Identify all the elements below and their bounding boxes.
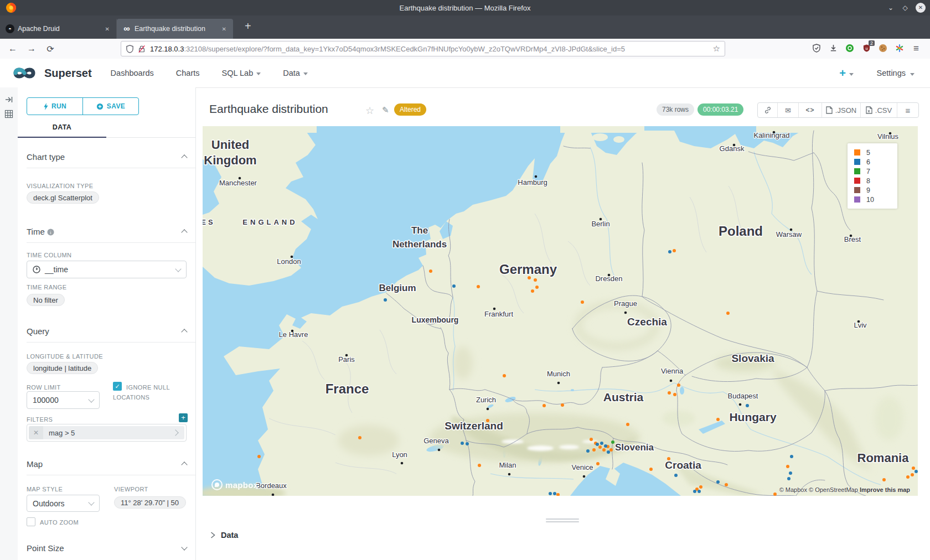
earthquake-point[interactable] xyxy=(911,473,914,476)
time-column-select[interactable]: __time xyxy=(27,261,187,278)
brand-name[interactable]: Superset xyxy=(44,67,92,80)
earthquake-point[interactable] xyxy=(698,490,701,493)
earthquake-point[interactable] xyxy=(358,436,361,439)
window-close-icon[interactable]: ✕ xyxy=(916,3,926,13)
earthquake-point[interactable] xyxy=(649,468,653,471)
earthquake-point[interactable] xyxy=(716,480,720,484)
copy-link-icon[interactable] xyxy=(758,103,778,117)
section-map[interactable]: Map xyxy=(27,453,187,475)
earthquake-point[interactable] xyxy=(746,404,749,407)
earthquake-point[interactable] xyxy=(699,485,702,489)
back-icon[interactable]: ← xyxy=(3,44,22,54)
new-tab-button[interactable]: + xyxy=(245,20,251,33)
add-filter-button[interactable]: + xyxy=(179,413,188,422)
more-menu-icon[interactable]: ≡ xyxy=(897,103,918,117)
earthquake-point[interactable] xyxy=(534,278,537,282)
cookie-icon[interactable] xyxy=(875,44,891,54)
earthquake-point[interactable] xyxy=(478,464,481,467)
extension-asterisk-icon[interactable] xyxy=(891,44,908,54)
browser-tab[interactable]: ◓Apache Druid✕ xyxy=(0,19,117,39)
earthquake-point[interactable] xyxy=(716,418,720,421)
legend-item[interactable]: 8 xyxy=(854,176,897,185)
hamburger-menu-icon[interactable]: ≡ xyxy=(908,43,924,54)
legend-item[interactable]: 10 xyxy=(854,195,897,204)
earthquake-point[interactable] xyxy=(725,483,728,486)
data-section-header[interactable]: Data xyxy=(210,531,238,540)
earthquake-point[interactable] xyxy=(882,478,886,481)
expand-panel-icon[interactable] xyxy=(4,95,13,104)
earthquake-point[interactable] xyxy=(542,404,546,407)
earthquake-point[interactable] xyxy=(590,438,593,441)
permissions-shield-icon[interactable] xyxy=(126,45,134,53)
earthquake-point[interactable] xyxy=(789,471,792,475)
earthquake-point[interactable] xyxy=(674,474,678,477)
earthquake-point[interactable] xyxy=(668,391,671,395)
nav-item-dashboards[interactable]: Dashboards xyxy=(111,69,154,77)
earthquake-point[interactable] xyxy=(607,450,610,454)
legend-item[interactable]: 6 xyxy=(854,157,897,167)
earthquake-point[interactable] xyxy=(906,475,910,479)
earthquake-point[interactable] xyxy=(429,269,432,273)
earthquake-point[interactable] xyxy=(602,448,606,452)
plus-button[interactable]: + xyxy=(839,67,846,80)
legend-item[interactable]: 9 xyxy=(854,185,897,195)
earthquake-point[interactable] xyxy=(673,249,676,252)
earthquake-point[interactable] xyxy=(596,462,600,465)
earthquake-point[interactable] xyxy=(668,250,671,253)
ignore-null-checkbox[interactable]: ✓ xyxy=(113,382,122,391)
filter-pill[interactable]: ✕ mag > 5 xyxy=(29,426,184,439)
earthquake-point[interactable] xyxy=(912,466,915,470)
export-json-button[interactable]: .JSON xyxy=(822,103,861,117)
forward-icon[interactable]: → xyxy=(22,44,41,54)
earthquake-point[interactable] xyxy=(586,449,590,453)
earthquake-point[interactable] xyxy=(677,383,680,387)
email-icon[interactable]: ✉ xyxy=(778,103,799,117)
earthquake-point[interactable] xyxy=(535,286,539,289)
auto-zoom-checkbox[interactable] xyxy=(27,517,35,526)
earthquake-point[interactable] xyxy=(693,490,696,493)
earthquake-point[interactable] xyxy=(673,393,676,396)
reload-icon[interactable]: ⟳ xyxy=(41,44,60,54)
nav-item-charts[interactable]: Charts xyxy=(176,69,200,77)
earthquake-point[interactable] xyxy=(914,470,918,473)
earthquake-point[interactable] xyxy=(786,465,789,468)
earthquake-point[interactable] xyxy=(609,448,613,452)
insecure-lock-icon[interactable] xyxy=(138,45,146,53)
nav-item-sql-lab[interactable]: SQL Lab xyxy=(222,69,261,77)
earthquake-point[interactable] xyxy=(553,492,556,495)
earthquake-point[interactable] xyxy=(466,442,469,445)
earthquake-point[interactable] xyxy=(596,443,599,446)
attribution-osm[interactable]: © OpenStreetMap xyxy=(809,486,858,493)
section-query[interactable]: Query xyxy=(27,320,187,342)
dataset-grid-icon[interactable] xyxy=(4,110,13,118)
browser-tab[interactable]: ∞Earthquake distribution✕ xyxy=(117,19,233,39)
earthquake-point[interactable] xyxy=(790,455,793,458)
section-point-size[interactable]: Point Size xyxy=(27,537,187,559)
earthquake-point[interactable] xyxy=(503,374,506,377)
protections-icon[interactable] xyxy=(808,44,825,54)
tab-close-icon[interactable]: ✕ xyxy=(221,25,228,33)
nav-item-data[interactable]: Data xyxy=(283,69,308,77)
earthquake-point[interactable] xyxy=(773,492,777,496)
legend-item[interactable]: 7 xyxy=(854,167,897,176)
extension-icon-green[interactable] xyxy=(841,44,858,54)
bookmark-star-icon[interactable]: ☆ xyxy=(713,44,720,54)
earthquake-point[interactable] xyxy=(592,448,596,452)
section-time[interactable]: Time i xyxy=(27,220,187,242)
earthquake-point[interactable] xyxy=(787,477,790,480)
earthquake-point[interactable] xyxy=(257,455,261,458)
earthquake-point[interactable] xyxy=(461,442,464,445)
earthquake-point[interactable] xyxy=(477,285,480,288)
deckgl-map[interactable]: UnitedKingdomENGLANDESTheNetherlandsBelg… xyxy=(203,126,918,496)
mapbox-logo[interactable]: mapbox xyxy=(211,479,258,490)
time-range-value[interactable]: No filter xyxy=(27,294,65,306)
earthquake-point[interactable] xyxy=(598,445,602,449)
export-csv-button[interactable]: .CSV xyxy=(861,103,897,117)
earthquake-point[interactable] xyxy=(531,289,534,293)
viz-type-value[interactable]: deck.gl Scatterplot xyxy=(27,191,99,204)
viewport-value[interactable]: 11° 28' 29.70" | 50... xyxy=(114,496,186,509)
adblock-shield-icon[interactable]: u2 xyxy=(858,44,875,54)
legend-item[interactable]: 5 xyxy=(854,148,897,157)
window-maximize-icon[interactable]: ◇ xyxy=(899,4,911,12)
earthquake-point[interactable] xyxy=(581,300,584,304)
